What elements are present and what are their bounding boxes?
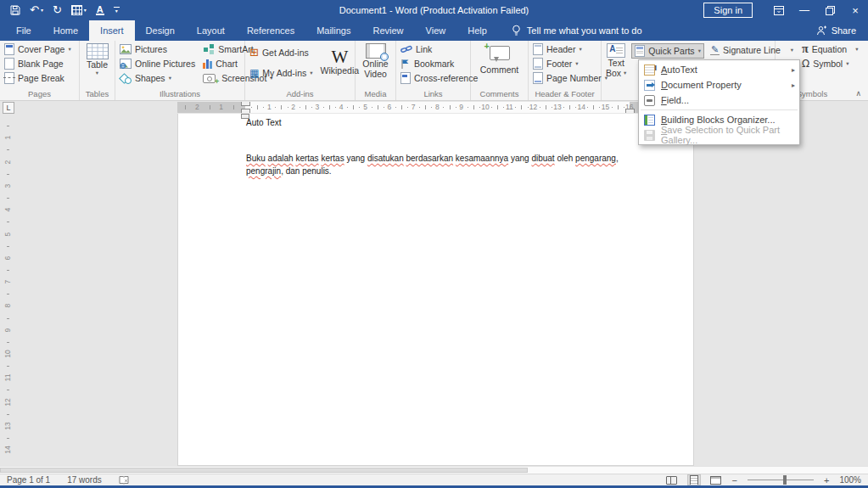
close-button[interactable]: × [843, 0, 868, 20]
text-box-button[interactable]: Text Box▾ [603, 42, 629, 78]
tab-help[interactable]: Help [456, 20, 498, 41]
ruler-tick [419, 107, 420, 108]
font-color-button[interactable]: A [96, 5, 104, 15]
horizontal-scrollbar-thumb[interactable] [0, 468, 528, 473]
shapes-button[interactable]: Shapes▾ [117, 71, 198, 85]
my-addins-button[interactable]: ▦My Add-ins▾ [247, 66, 316, 80]
ruler-tick [305, 105, 306, 109]
ruler-tick [491, 107, 492, 108]
pictures-button[interactable]: Pictures [117, 42, 198, 56]
tab-selector-button[interactable]: L [3, 102, 14, 114]
table-grid-icon [71, 5, 82, 15]
tab-view[interactable]: View [415, 20, 457, 41]
tab-mailings[interactable]: Mailings [305, 20, 361, 41]
tab-references[interactable]: References [236, 20, 305, 41]
footer-button[interactable]: Footer▾ [530, 57, 599, 70]
first-line-indent-marker[interactable] [241, 102, 250, 106]
word-count[interactable]: 17 words [67, 475, 102, 485]
table-button[interactable]: Table ▾ [81, 42, 113, 76]
zoom-level[interactable]: 100% [839, 475, 861, 485]
share-button[interactable]: Share [816, 20, 856, 41]
get-addins-icon: ⊞ [249, 48, 259, 58]
word-window: ↶▾ ↻ ▾ A ▾ Document1 - Word (Product Act… [0, 0, 868, 488]
ruler-number: 1 [267, 102, 272, 113]
document-paragraph: Buku adalah kertas kertas yang disatukan… [246, 153, 619, 177]
ribbon-display-options-button[interactable] [766, 0, 792, 20]
restore-button[interactable] [817, 0, 843, 20]
zoom-slider-thumb[interactable] [783, 475, 787, 485]
page-number-button[interactable]: Page Number▾ [530, 71, 599, 85]
online-video-button[interactable]: Online Video [357, 42, 394, 79]
redo-button[interactable]: ↻ [53, 5, 62, 15]
vertical-ruler-tick [7, 294, 9, 294]
tab-insert[interactable]: Insert [89, 20, 135, 41]
menu-item-autotext[interactable]: AutoText▸ [639, 62, 799, 77]
ruler-tick [521, 105, 522, 109]
vertical-ruler-number: 10 [3, 349, 12, 360]
hanging-indent-marker[interactable] [241, 109, 250, 113]
link-button[interactable]: Link [398, 42, 468, 56]
ruler-number: 14 [577, 102, 585, 113]
equation-button[interactable]: πEquation▾ [799, 42, 847, 56]
get-addins-button[interactable]: ⊞Get Add-ins [247, 46, 316, 59]
chevron-down-icon: ▾ [579, 47, 581, 53]
quick-parts-button[interactable]: Quick Parts▾ [631, 43, 704, 59]
online-pictures-button[interactable]: Online Pictures [117, 57, 198, 70]
web-layout-button[interactable] [710, 475, 722, 485]
sign-in-button[interactable]: Sign in [703, 3, 753, 18]
undo-button[interactable]: ↶▾ [30, 5, 43, 15]
left-indent-marker[interactable] [241, 114, 249, 119]
zoom-in-button[interactable]: + [824, 476, 829, 485]
tab-layout[interactable]: Layout [186, 20, 236, 41]
zoom-out-button[interactable]: − [732, 476, 737, 485]
ruler-tick [329, 105, 330, 109]
ruler-tick [503, 107, 504, 108]
ruler-tick [456, 107, 456, 108]
font-color-icon: A [96, 5, 104, 15]
ruler-tick [528, 107, 529, 108]
bookmark-button[interactable]: Bookmark [398, 57, 468, 70]
horizontal-scrollbar[interactable] [0, 466, 868, 474]
ribbon-group-links: Link Bookmark Cross-reference Links [396, 41, 471, 100]
collapse-ribbon-button[interactable]: ∧ [855, 89, 861, 98]
cover-page-button[interactable]: Cover Page▾ [2, 42, 77, 56]
comment-button[interactable]: Comment [473, 42, 526, 75]
table-quick-button[interactable]: ▾ [71, 5, 87, 15]
customize-qat-button[interactable]: ▾ [114, 7, 120, 14]
read-mode-icon [666, 476, 677, 485]
page-break-button[interactable]: Page Break [2, 71, 77, 85]
read-mode-button[interactable] [666, 475, 678, 485]
ruler-tick [323, 107, 324, 108]
ruler-tick [185, 105, 186, 109]
tab-file[interactable]: File [5, 20, 42, 41]
tab-design[interactable]: Design [135, 20, 186, 41]
ribbon-group-header-footer: Header▾ Footer▾ Page Number▾ Header & Fo… [529, 41, 602, 100]
proofing-status-button[interactable] [119, 475, 129, 485]
page-indicator[interactable]: Page 1 of 1 [7, 475, 50, 485]
print-layout-icon [690, 475, 698, 485]
ruler-tick [473, 105, 474, 109]
menu-item-field[interactable]: Field... [639, 93, 799, 108]
ruler-tick [552, 107, 552, 108]
save-button[interactable] [10, 5, 20, 15]
minimize-button[interactable]: — [792, 0, 817, 20]
header-button[interactable]: Header▾ [530, 42, 599, 56]
tab-review[interactable]: Review [362, 20, 415, 41]
ruler-tick [311, 107, 312, 108]
menu-item-document-property[interactable]: Document Property▸ [639, 77, 799, 93]
close-icon: × [852, 4, 859, 17]
ruler-margin-number: 2 [195, 102, 199, 113]
cross-reference-button[interactable]: Cross-reference [398, 71, 468, 85]
ruler-tick [546, 105, 546, 109]
group-label-addins: Add-ins [247, 89, 353, 100]
blank-page-button[interactable]: Blank Page [2, 57, 77, 70]
document-heading-text: Auto Text [246, 118, 282, 127]
vertical-ruler-tick [7, 414, 9, 415]
tab-home[interactable]: Home [42, 20, 89, 41]
print-layout-button[interactable] [688, 475, 700, 485]
zoom-slider[interactable] [748, 480, 814, 480]
symbol-button[interactable]: ΩSymbol▾ [799, 57, 847, 70]
tell-me-box[interactable]: Tell me what you want to do [512, 20, 642, 41]
document-page[interactable]: Auto Text Buku adalah kertas kertas yang… [177, 114, 694, 466]
ruler-number: 3 [316, 102, 320, 113]
